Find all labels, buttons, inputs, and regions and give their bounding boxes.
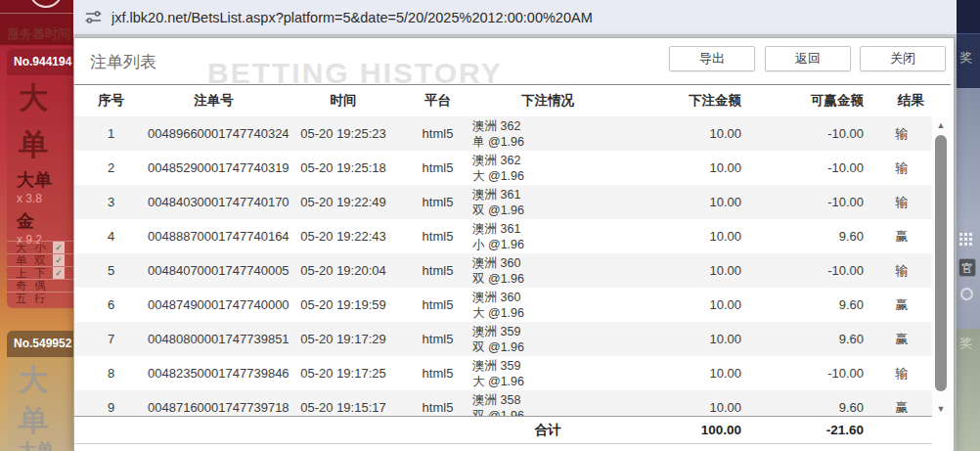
odds-name: 金 bbox=[17, 209, 34, 233]
footer-total-label: 合计 bbox=[468, 422, 627, 439]
cell-bet-details: 澳洲 359 大 @1.96 bbox=[468, 358, 627, 389]
server-time-label: 服务器时间 bbox=[7, 25, 70, 43]
scroll-down-icon[interactable]: ▼ bbox=[932, 402, 950, 416]
grid-menu-icon bbox=[959, 233, 973, 250]
bet-details-line2: 双 @1.96 bbox=[472, 203, 627, 218]
table-row: 1 00489660001747740324 05-20 19:25:23 ht… bbox=[74, 116, 932, 151]
cell-bet-details: 澳洲 359 双 @1.96 bbox=[468, 324, 627, 355]
bet-details-line1: 澳洲 359 bbox=[472, 324, 627, 339]
odds-name: 大单 bbox=[17, 168, 52, 192]
table-footer-row: 合计 100.00 -21.60 bbox=[74, 416, 932, 444]
cell-winnable: -10.00 bbox=[749, 160, 871, 175]
cell-result: 赢 bbox=[871, 296, 932, 314]
cell-result: 输 bbox=[871, 262, 932, 280]
lottery-panel-gold: No.549952 大 单 大单 bbox=[7, 331, 73, 451]
bet-option: 下 bbox=[34, 267, 53, 279]
cell-amount: 10.00 bbox=[627, 400, 749, 415]
cell-bet-id: 00488870001747740164 bbox=[148, 229, 280, 244]
odds-name: 大单 bbox=[19, 438, 54, 451]
bet-details-line1: 澳洲 360 bbox=[472, 290, 627, 305]
award-label: 奖 bbox=[959, 335, 972, 352]
screen: 服务器时间 No.944194 大 单 大单 x 3.8 金 x 9.2 大 小… bbox=[0, 0, 980, 451]
cell-bet-details: 澳洲 362 大 @1.96 bbox=[468, 153, 627, 184]
check-icon: ✓ bbox=[53, 242, 65, 253]
bet-details-line1: 澳洲 358 bbox=[472, 392, 627, 408]
cell-platform: html5 bbox=[407, 400, 468, 415]
bet-option: 五 bbox=[7, 293, 34, 304]
close-button[interactable]: 关闭 bbox=[860, 46, 946, 71]
export-button[interactable]: 导出 bbox=[669, 46, 755, 71]
refresh-circle-icon bbox=[960, 288, 973, 300]
result-char: 大 bbox=[19, 360, 48, 400]
browser-address-bar[interactable]: jxf.lbk20.net/BetsList.aspx?platform=5&d… bbox=[73, 0, 957, 35]
header-result: 结果 bbox=[871, 92, 951, 110]
back-button[interactable]: 返回 bbox=[765, 46, 851, 71]
background-navy-band bbox=[957, 0, 980, 33]
background-gray-band bbox=[957, 88, 980, 225]
url-text[interactable]: jxf.lbk20.net/BetsList.aspx?platform=5&d… bbox=[111, 10, 593, 25]
bet-option: 单 bbox=[7, 254, 34, 266]
background-left-panel: 服务器时间 No.944194 大 单 大单 x 3.8 金 x 9.2 大 小… bbox=[0, 0, 73, 451]
cell-result: 赢 bbox=[871, 331, 932, 348]
cell-platform: html5 bbox=[407, 126, 468, 141]
cell-bet-id: 00489660001747740324 bbox=[148, 126, 280, 141]
bet-option-row: 上 下 ✓ bbox=[7, 266, 73, 279]
bet-option: 大 bbox=[7, 242, 34, 253]
cell-time: 05-20 19:20:04 bbox=[280, 263, 407, 278]
result-char: 单 bbox=[19, 125, 48, 165]
bet-details-line1: 澳洲 359 bbox=[472, 358, 627, 374]
table-row: 2 00485290001747740319 05-20 19:25:18 ht… bbox=[74, 151, 932, 185]
bet-details-line1: 澳洲 362 bbox=[472, 153, 627, 168]
dialog-title: 注单列表 bbox=[90, 51, 156, 73]
check-icon: ✓ bbox=[53, 267, 65, 279]
header-winnable: 可赢金额 bbox=[749, 92, 871, 110]
scroll-up-icon[interactable]: ▲ bbox=[932, 118, 950, 132]
scrollbar-thumb[interactable] bbox=[935, 135, 947, 391]
scrollbar[interactable]: ▲ ▼ bbox=[932, 118, 950, 416]
table-row: 9 00487160001747739718 05-20 19:15:17 ht… bbox=[74, 390, 932, 416]
cell-time: 05-20 19:17:29 bbox=[280, 332, 407, 346]
cell-time: 05-20 19:25:23 bbox=[280, 126, 407, 141]
divider bbox=[0, 13, 73, 14]
cell-time: 05-20 19:22:49 bbox=[280, 195, 407, 209]
cell-bet-details: 澳洲 358 双 @1.96 bbox=[468, 392, 627, 417]
cell-no: 5 bbox=[74, 263, 148, 278]
cell-amount: 10.00 bbox=[627, 297, 749, 312]
bet-option-row: 单 双 ✓ bbox=[7, 253, 73, 266]
cell-bet-id: 00485290001747740319 bbox=[148, 160, 280, 175]
check-icon: ✓ bbox=[53, 254, 65, 266]
cell-winnable: -10.00 bbox=[749, 366, 871, 381]
cell-no: 7 bbox=[74, 332, 148, 346]
bet-details-line1: 澳洲 361 bbox=[472, 221, 627, 237]
cell-platform: html5 bbox=[407, 229, 468, 244]
cell-winnable: 9.60 bbox=[749, 332, 871, 346]
cell-platform: html5 bbox=[407, 195, 468, 209]
bet-details-line1: 澳洲 361 bbox=[472, 187, 627, 203]
cell-bet-details: 澳洲 362 单 @1.96 bbox=[468, 118, 627, 150]
bet-details-line2: 双 @1.96 bbox=[472, 271, 627, 287]
cell-no: 3 bbox=[74, 195, 148, 209]
cell-bet-details: 澳洲 360 大 @1.96 bbox=[468, 290, 627, 321]
site-permissions-icon[interactable] bbox=[85, 9, 102, 25]
award-label: 奖 bbox=[959, 49, 972, 67]
cell-platform: html5 bbox=[407, 332, 468, 346]
bet-details-line2: 大 @1.96 bbox=[472, 374, 627, 389]
cell-bet-id: 00482350001747739846 bbox=[148, 366, 280, 381]
odds-rate: x 3.8 bbox=[17, 192, 42, 205]
cell-time: 05-20 19:22:43 bbox=[280, 229, 407, 244]
bet-option-row: 五 行 bbox=[7, 292, 73, 304]
cell-bet-details: 澳洲 360 双 @1.96 bbox=[468, 255, 627, 287]
bet-option: 双 bbox=[34, 254, 53, 266]
cell-no: 4 bbox=[74, 229, 148, 244]
cell-bet-id: 00484070001747740005 bbox=[148, 263, 280, 278]
bets-list-dialog: BETTING HISTORY 注单列表 导出 返回 关闭 序号 注单号 时间 … bbox=[73, 37, 955, 451]
cell-amount: 10.00 bbox=[627, 229, 749, 244]
cell-amount: 10.00 bbox=[627, 195, 749, 209]
bet-details-line2: 双 @1.96 bbox=[472, 408, 627, 417]
bet-option: 上 bbox=[7, 267, 34, 279]
cell-result: 赢 bbox=[871, 399, 932, 417]
background-right-panel: 奖 官 奖 bbox=[957, 0, 980, 451]
cell-result: 输 bbox=[871, 125, 932, 143]
cell-result: 输 bbox=[871, 365, 932, 383]
cell-winnable: -10.00 bbox=[749, 263, 871, 278]
